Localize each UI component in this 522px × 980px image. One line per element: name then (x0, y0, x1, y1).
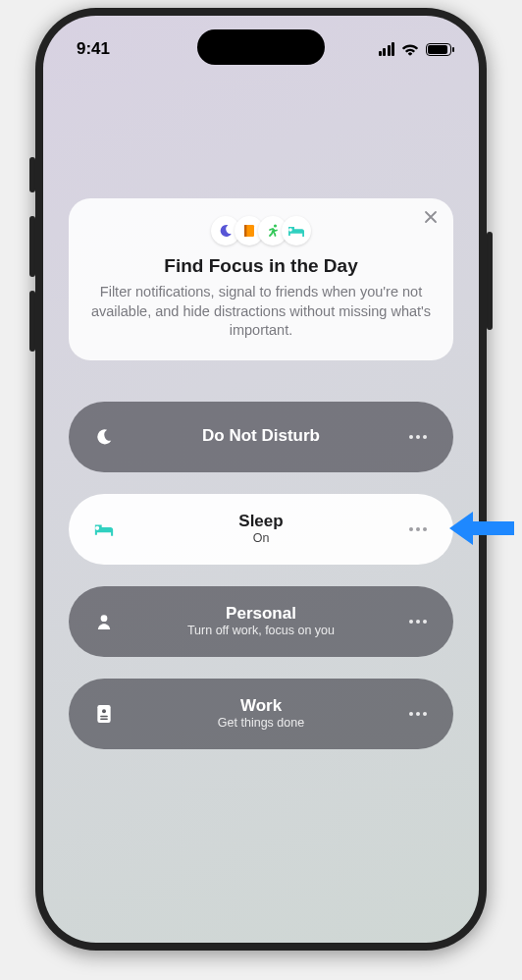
more-icon[interactable] (404, 527, 432, 531)
svg-rect-7 (100, 718, 108, 720)
bed-icon (90, 521, 118, 537)
focus-sublabel: Get things done (118, 716, 404, 731)
dynamic-island (197, 29, 325, 65)
svg-point-2 (274, 224, 277, 227)
svg-point-5 (102, 709, 106, 713)
moon-icon (90, 427, 118, 447)
intro-card: Find Focus in the Day Filter notificatio… (69, 198, 453, 360)
more-icon[interactable] (404, 712, 432, 716)
focus-label: Work (118, 696, 404, 716)
intro-description: Filter notifications, signal to friends … (90, 283, 432, 341)
battery-icon (426, 43, 451, 56)
person-icon (90, 613, 118, 630)
cellular-icon (379, 42, 395, 56)
close-icon[interactable] (422, 210, 440, 228)
callout-arrow-icon (449, 509, 514, 548)
svg-rect-4 (97, 705, 110, 723)
svg-rect-6 (100, 715, 108, 717)
svg-point-3 (101, 615, 108, 622)
focus-label: Do Not Disturb (118, 426, 404, 446)
status-time: 9:41 (77, 39, 110, 59)
svg-rect-1 (244, 225, 246, 237)
more-icon[interactable] (404, 620, 432, 624)
bed-icon (282, 216, 311, 245)
focus-panel: Find Focus in the Day Filter notificatio… (69, 198, 453, 749)
focus-label: Sleep (118, 512, 404, 531)
badge-icon (90, 704, 118, 724)
focus-do-not-disturb[interactable]: Do Not Disturb (69, 402, 453, 472)
focus-label: Personal (118, 604, 404, 624)
focus-sublabel: Turn off work, focus on you (118, 624, 404, 638)
intro-title: Find Focus in the Day (90, 255, 432, 277)
focus-list: Do Not Disturb Sleep On (69, 402, 453, 749)
more-icon[interactable] (404, 435, 432, 439)
intro-icon-row (90, 216, 432, 245)
focus-sublabel: On (118, 531, 404, 546)
screen: 9:41 Find Focus in the Day Filter (43, 16, 479, 943)
focus-sleep[interactable]: Sleep On (69, 494, 453, 565)
phone-frame: 9:41 Find Focus in the Day Filter (35, 8, 487, 951)
focus-personal[interactable]: Personal Turn off work, focus on you (69, 586, 453, 657)
side-button[interactable] (487, 232, 493, 330)
wifi-icon (401, 43, 419, 56)
focus-work[interactable]: Work Get things done (69, 679, 453, 749)
